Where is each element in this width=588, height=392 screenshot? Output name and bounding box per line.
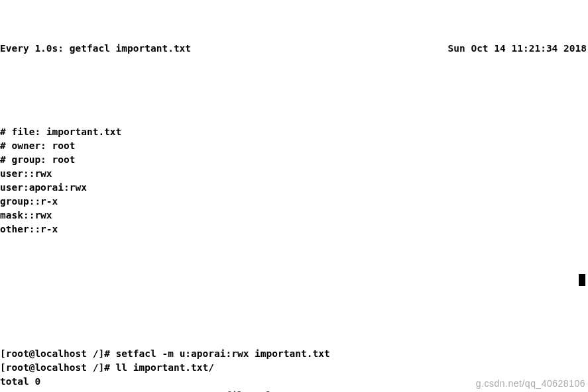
acl-line: # owner: root (0, 140, 76, 151)
acl-line: # file: important.txt (0, 126, 121, 137)
shell-prompt: [root@localhost /]# (0, 362, 116, 373)
terminal-window[interactable]: Every 1.0s: getfacl important.txt Sun Oc… (0, 0, 588, 392)
shell-command: setfacl -m u:aporai:rwx important.txt (116, 348, 330, 359)
shell-prompt: [root@localhost /]# (0, 348, 116, 359)
shell-command: ll important.txt/ (116, 362, 214, 373)
watch-output: # file: important.txt # owner: root # gr… (0, 111, 588, 250)
acl-line: mask::rwx (0, 210, 52, 220)
acl-line: group::r-x (0, 196, 58, 207)
acl-line: other::r-x (0, 224, 58, 234)
watch-timestamp: Sun Oct 14 11:21:34 2018 (447, 42, 588, 56)
watermark: g.csdn.net/qq_40628106 (476, 377, 585, 391)
acl-line: # group: root (0, 154, 76, 165)
watch-header: Every 1.0s: getfacl important.txt Sun Oc… (0, 42, 588, 56)
watch-command: Every 1.0s: getfacl important.txt (0, 42, 191, 56)
acl-line: user::rwx (0, 168, 52, 179)
shell-output: total 0 (0, 376, 40, 387)
scroll-indicator (579, 274, 585, 286)
acl-line: user:aporai:rwx (0, 182, 87, 193)
